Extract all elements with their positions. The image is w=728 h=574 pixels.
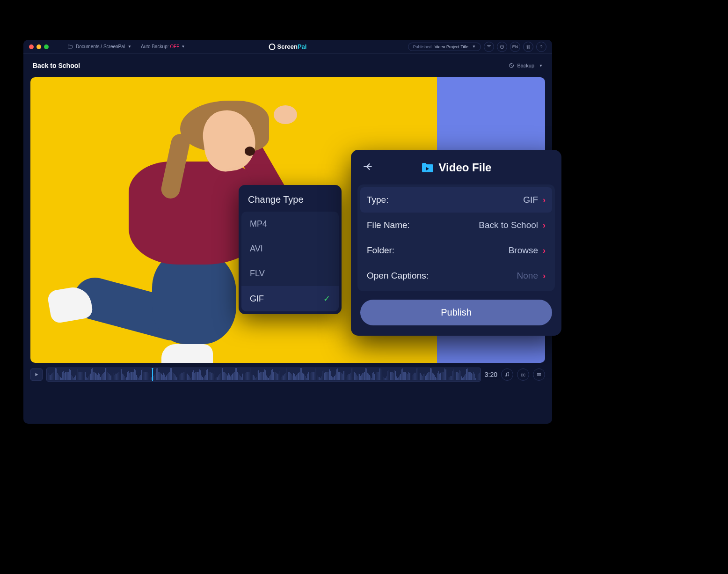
backup-label: Backup xyxy=(517,63,534,68)
window-controls xyxy=(29,44,49,49)
autobackup-value: OFF xyxy=(170,44,179,49)
layers-icon[interactable] xyxy=(523,42,533,52)
autobackup-label: Auto Backup: xyxy=(141,44,168,49)
history-icon[interactable] xyxy=(497,42,507,52)
prohibit-icon xyxy=(509,63,514,68)
project-bar: Back to School Backup ▼ xyxy=(23,54,552,77)
duration-label: 3:20 xyxy=(485,371,497,378)
close-icon[interactable] xyxy=(29,44,34,49)
maximize-icon[interactable] xyxy=(44,44,49,49)
row-label: Type: xyxy=(367,195,523,205)
panel-title-text: Video File xyxy=(439,161,492,174)
svg-point-2 xyxy=(508,375,509,376)
back-button[interactable] xyxy=(362,161,374,175)
svg-point-1 xyxy=(506,375,507,376)
row-value: Back to School xyxy=(479,220,538,230)
waveform xyxy=(47,368,480,381)
row-label: Open Captions: xyxy=(367,271,517,281)
row-value: GIF xyxy=(523,195,538,205)
brand-text-a: Screen xyxy=(277,43,298,50)
panel-title: Video File xyxy=(421,161,492,174)
chevron-right-icon: › xyxy=(543,246,546,256)
autobackup-toggle[interactable]: Auto Backup: OFF ▼ xyxy=(141,44,185,49)
row-folder[interactable]: Folder: Browse › xyxy=(357,238,555,263)
language-button[interactable]: EN xyxy=(510,42,520,52)
video-folder-icon xyxy=(421,162,434,173)
settings-rows: Type: GIF › File Name: Back to School › … xyxy=(357,184,555,291)
filter-icon[interactable] xyxy=(484,42,494,52)
project-title: Back to School xyxy=(33,62,80,69)
published-dropdown[interactable]: Published: Video Project Title ▼ xyxy=(408,43,481,51)
timeline: 1:08.00 3:20 cc xyxy=(23,363,552,386)
chevron-down-icon: ▼ xyxy=(181,44,185,49)
breadcrumb-text: Documents / ScreenPal xyxy=(76,44,125,49)
playhead[interactable] xyxy=(152,368,153,382)
publish-button[interactable]: Publish xyxy=(360,300,552,325)
published-label: Published: xyxy=(413,44,433,49)
minimize-icon[interactable] xyxy=(36,44,41,49)
help-button[interactable]: ? xyxy=(536,42,546,52)
row-value: Browse xyxy=(509,245,538,256)
music-button[interactable] xyxy=(501,368,513,381)
type-option-label: GIF xyxy=(250,294,264,304)
change-type-title: Change Type xyxy=(241,194,339,212)
menu-button[interactable] xyxy=(533,368,545,381)
row-label: Folder: xyxy=(367,245,509,256)
change-type-popup: Change Type MP4 AVI FLV GIF ✓ xyxy=(239,185,342,314)
type-option-mp4[interactable]: MP4 xyxy=(241,212,339,236)
titlebar: Documents / ScreenPal ▼ Auto Backup: OFF… xyxy=(23,40,552,54)
row-captions[interactable]: Open Captions: None › xyxy=(357,263,555,288)
timeline-track[interactable]: 1:08.00 xyxy=(46,368,481,382)
chevron-down-icon: ▼ xyxy=(472,44,476,49)
play-button[interactable] xyxy=(30,368,43,381)
type-option-label: FLV xyxy=(250,269,265,279)
check-icon: ✓ xyxy=(323,294,330,304)
breadcrumb[interactable]: Documents / ScreenPal ▼ xyxy=(67,44,131,50)
row-filename[interactable]: File Name: Back to School › xyxy=(357,213,555,238)
video-file-panel: Video File Type: GIF › File Name: Back t… xyxy=(351,150,561,336)
brand-text-b: Pal xyxy=(298,43,307,50)
type-list: MP4 AVI FLV GIF ✓ xyxy=(241,212,339,311)
type-option-flv[interactable]: FLV xyxy=(241,261,339,286)
type-option-label: MP4 xyxy=(250,219,267,229)
row-label: File Name: xyxy=(367,220,479,230)
type-option-avi[interactable]: AVI xyxy=(241,236,339,261)
folder-icon xyxy=(67,44,73,50)
titlebar-right: Published: Video Project Title ▼ EN ? xyxy=(408,42,546,52)
backup-dropdown[interactable]: Backup ▼ xyxy=(509,63,543,68)
row-type[interactable]: Type: GIF › xyxy=(360,187,552,213)
published-value: Video Project Title xyxy=(435,44,468,49)
chevron-down-icon: ▼ xyxy=(539,64,543,68)
brand-icon xyxy=(269,44,276,50)
type-option-gif[interactable]: GIF ✓ xyxy=(241,286,339,311)
type-option-label: AVI xyxy=(250,244,263,254)
chevron-right-icon: › xyxy=(543,271,546,281)
chevron-down-icon: ▼ xyxy=(128,44,131,49)
chevron-right-icon: › xyxy=(543,195,546,205)
chevron-right-icon: › xyxy=(543,221,546,230)
panel-header: Video File xyxy=(357,161,555,174)
row-value: None xyxy=(517,271,538,281)
brand-logo: ScreenPal xyxy=(269,43,307,50)
captions-button[interactable]: cc xyxy=(517,368,529,381)
